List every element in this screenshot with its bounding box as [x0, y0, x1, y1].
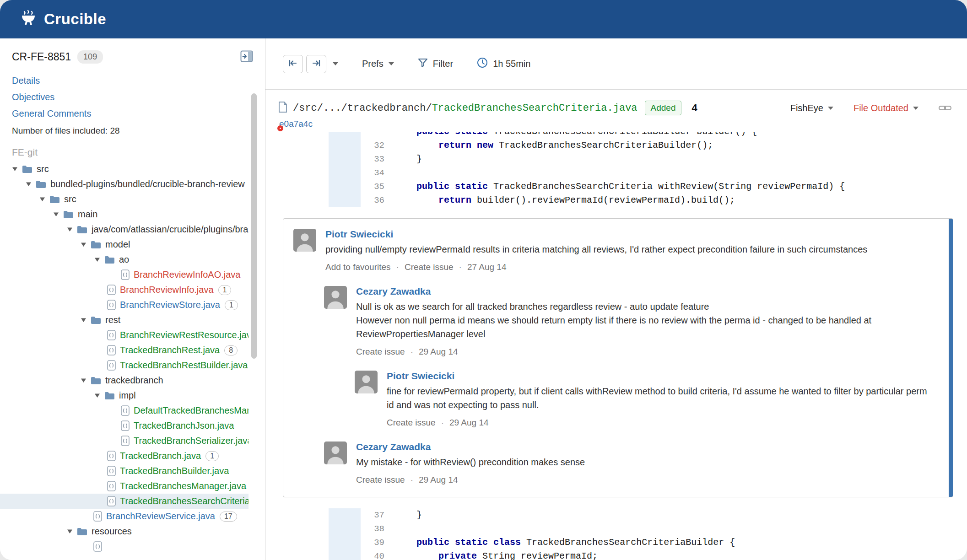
file-status-badge: Added — [645, 101, 682, 115]
folder-icon — [49, 195, 60, 204]
sidebar-link-details[interactable]: Details — [12, 75, 253, 86]
separator-dot: · — [441, 418, 444, 428]
crucible-brand[interactable]: Crucible — [19, 9, 106, 29]
tree-file[interactable]: BranchReviewStore.java1 — [0, 297, 249, 312]
tree-file[interactable]: BranchReviewInfo.java1 — [0, 282, 249, 297]
prev-file-button[interactable] — [283, 55, 303, 73]
separator-dot: · — [411, 475, 413, 485]
comment-author-link[interactable]: Cezary Zawadka — [356, 442, 431, 452]
folder-icon — [22, 165, 32, 173]
tree-file[interactable]: TrackedBranchBuilder.java — [0, 463, 249, 479]
comment-author-link[interactable]: Cezary Zawadka — [356, 286, 431, 297]
tree-folder[interactable]: src — [0, 192, 249, 207]
file-outdated-label: File Outdated — [854, 103, 908, 113]
tree-file[interactable]: TrackedBranchesSearchCriteria.java — [0, 494, 249, 509]
tree-item-label: impl — [119, 390, 136, 401]
comment-body: providing null/empty reviewPermaId resul… — [325, 242, 932, 256]
permalink-icon[interactable] — [939, 105, 951, 111]
sidebar-scrollbar[interactable] — [251, 93, 257, 359]
comment-date: 29 Aug 14 — [449, 418, 489, 428]
comment-author-link[interactable]: Piotr Swiecicki — [325, 229, 393, 240]
tree-file[interactable]: TrackedBranchRestBuilder.java — [0, 358, 249, 373]
tree-folder[interactable]: main — [0, 207, 249, 222]
comment-action-create-issue[interactable]: Create issue — [387, 418, 436, 428]
tree-folder[interactable]: model — [0, 237, 249, 252]
tree-item-label: TrackedBranchSerializer.java — [134, 436, 249, 446]
file-nav-group — [283, 55, 338, 73]
tree-folder[interactable]: ao — [0, 252, 249, 267]
code-token: public — [416, 181, 449, 192]
tree-file[interactable]: TrackedBranch.java1 — [0, 448, 249, 463]
twisty-icon[interactable] — [67, 227, 77, 232]
tree-file[interactable]: TrackedBranchesManager.java — [0, 479, 249, 494]
twisty-icon[interactable] — [94, 393, 104, 398]
fisheye-dropdown[interactable]: FishEye — [790, 103, 833, 113]
comment-action-create-issue[interactable]: Create issue — [356, 475, 405, 485]
twisty-icon[interactable] — [39, 197, 49, 202]
code-line[interactable]: 38 — [275, 522, 953, 536]
code-line[interactable]: 36 return builder().reviewPermaId(review… — [275, 194, 953, 207]
file-list-dropdown-chevron-down-icon[interactable] — [333, 62, 338, 65]
code-line[interactable]: 37 } — [275, 508, 953, 522]
sidebar-link-objectives[interactable]: Objectives — [12, 92, 253, 102]
java-file-icon — [107, 496, 116, 506]
comment-count-badge: 17 — [220, 512, 237, 522]
comment-author-link[interactable]: Piotr Swiecicki — [387, 371, 454, 382]
java-file-icon — [121, 405, 130, 416]
tree-file[interactable]: BranchReviewService.java17 — [0, 509, 249, 524]
twisty-icon[interactable] — [94, 257, 104, 262]
tree-folder[interactable]: resources — [0, 524, 249, 539]
tree-file[interactable]: TrackedBranchJson.java — [0, 418, 249, 433]
code-line[interactable]: public static TrackedBranchesSearchCrite… — [275, 132, 953, 139]
code-token — [394, 132, 416, 137]
brand-name: Crucible — [44, 11, 106, 28]
comment-action-add-to-favourites[interactable]: Add to favourites — [325, 262, 391, 272]
unread-indicator — [949, 219, 953, 497]
code-line[interactable]: 39 public static class TrackedBranchesSe… — [275, 536, 953, 549]
twisty-icon[interactable] — [53, 212, 63, 217]
comment-action-create-issue[interactable]: Create issue — [405, 262, 454, 272]
tree-file[interactable]: TrackedBranchSerializer.java — [0, 433, 249, 448]
sidebar-link-general-comments[interactable]: General Comments — [12, 108, 253, 119]
code-line-partial: public static TrackedBranchesSearchCrite… — [275, 132, 953, 139]
time-spent-label: 1h 55min — [493, 59, 530, 69]
next-file-button[interactable] — [306, 55, 326, 73]
twisty-icon[interactable] — [12, 167, 22, 172]
folder-icon — [77, 225, 87, 234]
filter-button[interactable]: Filter — [418, 58, 453, 70]
tree-folder[interactable]: rest — [0, 312, 249, 328]
code-line[interactable]: 40 private String reviewPermaId; — [275, 549, 953, 560]
tree-file[interactable]: BranchReviewRestResource.java — [0, 328, 249, 343]
gutter-old — [275, 152, 329, 166]
revision-link[interactable]: e0a7a4c — [279, 119, 313, 129]
tree-file[interactable] — [0, 539, 249, 554]
tree-folder[interactable]: src — [0, 162, 249, 177]
gutter-old — [275, 536, 329, 549]
tree-folder[interactable]: impl — [0, 388, 249, 403]
gutter-new — [329, 522, 361, 536]
tree-file[interactable]: DefaultTrackedBranchesManager.java — [0, 403, 249, 418]
tree-file[interactable]: BranchReviewInfoAO.java — [0, 267, 249, 282]
code-line[interactable]: 35 public static TrackedBranchesSearchCr… — [275, 180, 953, 194]
code-line[interactable]: 32 return new TrackedBranchesSearchCrite… — [275, 139, 953, 152]
file-outdated-dropdown[interactable]: File Outdated — [854, 103, 918, 113]
code-line[interactable]: 33 } — [275, 152, 953, 166]
twisty-icon[interactable] — [26, 182, 36, 187]
tree-folder[interactable]: bundled-plugins/bundled/crucible-branch-… — [0, 177, 249, 192]
twisty-icon[interactable] — [81, 318, 91, 323]
tree-folder[interactable]: java/com/atlassian/crucible/plugins/bran… — [0, 222, 249, 237]
tree-item-label: TrackedBranchesManager.java — [120, 481, 246, 491]
code-line[interactable]: 34 — [275, 166, 953, 180]
twisty-icon[interactable] — [81, 378, 91, 383]
repo-label: FE-git — [0, 147, 265, 158]
twisty-icon[interactable] — [81, 242, 91, 247]
code-token — [488, 537, 493, 548]
comment-action-create-issue[interactable]: Create issue — [356, 347, 405, 357]
prefs-dropdown[interactable]: Prefs — [362, 59, 394, 69]
crucible-app-window: Crucible CR-FE-8851 109 DetailsObje — [0, 0, 967, 560]
review-timer[interactable]: 1h 55min — [477, 57, 530, 70]
collapse-sidebar-button[interactable] — [240, 50, 253, 64]
twisty-icon[interactable] — [67, 529, 77, 534]
tree-folder[interactable]: trackedbranch — [0, 373, 249, 388]
tree-file[interactable]: TrackedBranchRest.java8 — [0, 343, 249, 358]
